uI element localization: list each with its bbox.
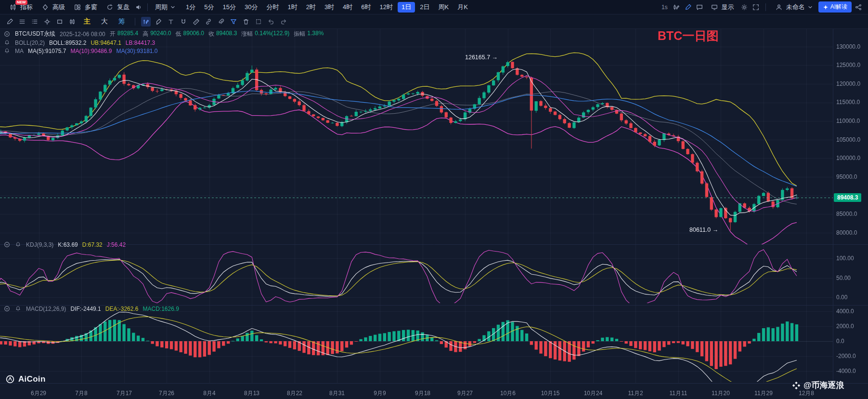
marquee-select-icon[interactable] <box>254 17 263 27</box>
timeframe-1h[interactable]: 1时 <box>284 2 301 13</box>
undo-icon[interactable] <box>266 17 276 27</box>
open-value: 89285.4 <box>117 30 138 38</box>
period-dropdown[interactable]: 周期 <box>152 2 179 12</box>
price-axis-label: 100000.0 <box>836 155 860 161</box>
bell-icon[interactable] <box>15 306 22 312</box>
brush-icon[interactable] <box>154 17 163 27</box>
chart-style-icon[interactable] <box>67 17 77 27</box>
chart-canvas[interactable] <box>0 0 868 399</box>
ma-title[interactable]: MA <box>15 48 24 54</box>
macd-axis-label: -2000.0 <box>836 353 856 359</box>
amplitude-label: 振幅 <box>294 30 305 38</box>
pencil-icon[interactable] <box>683 2 693 12</box>
boll-lb-value: LB:84417.3 <box>126 40 155 46</box>
ohlc-row: BTC/USDT永续 2025-12-06 08:00 开89285.4 高90… <box>4 30 324 38</box>
rect-tool-icon[interactable] <box>55 17 65 27</box>
timeframe-1week[interactable]: 周K <box>435 2 453 13</box>
symbol-name[interactable]: BTC/USDT永续 <box>15 30 55 38</box>
x-axis-label: 10月6 <box>500 389 516 398</box>
ma30-value: MA(30):93181.0 <box>116 48 157 54</box>
kdj-title[interactable]: KDJ(9,3,3) <box>26 241 53 248</box>
macd-dif-value: DIF:-2449.1 <box>70 306 101 312</box>
ma-row: MA MA(5):91075.7 MA(10):90486.9 MA(30):9… <box>4 48 324 54</box>
timeframe-30min[interactable]: 30分 <box>241 2 261 13</box>
crosshair-icon[interactable] <box>42 17 52 27</box>
timeframe-4h[interactable]: 4时 <box>339 2 356 13</box>
kline-draw-icon[interactable] <box>141 17 151 27</box>
redo-icon[interactable] <box>279 17 288 27</box>
timeframe-2day[interactable]: 2日 <box>416 2 433 13</box>
fullscreen-icon[interactable] <box>751 2 761 12</box>
drawing-toolbar: 主 大 筹 <box>0 14 868 29</box>
display-menu[interactable]: 显示 <box>706 2 738 12</box>
close-label: 收 <box>208 30 214 38</box>
price-axis-label: 125000.0 <box>836 62 860 68</box>
template-list-icon[interactable] <box>30 17 39 27</box>
x-axis-label: 10月24 <box>584 389 603 398</box>
price-axis-label: 120000.0 <box>836 80 860 87</box>
open-label: 开 <box>110 30 116 38</box>
timeframe-2h[interactable]: 2时 <box>302 2 320 13</box>
link-icon[interactable] <box>204 17 213 27</box>
change-label: 涨幅 <box>241 30 253 38</box>
indicator-list-icon[interactable] <box>17 17 27 27</box>
timeframe-12h[interactable]: 12时 <box>376 2 397 13</box>
timeframe-15min[interactable]: 15分 <box>219 2 239 13</box>
price-axis-label: 110000.0 <box>836 118 860 124</box>
funnel-filter-icon[interactable] <box>229 17 238 27</box>
macd-axis-label: 4000.0 <box>836 308 854 315</box>
tab-large-chart[interactable]: 大 <box>97 17 112 26</box>
text-tool-icon[interactable] <box>166 17 176 27</box>
timeframe-5min[interactable]: 5分 <box>200 2 218 13</box>
macd-title[interactable]: MACD(12,26,9) <box>26 306 66 312</box>
sound-icon[interactable] <box>134 2 143 12</box>
divider <box>135 18 135 26</box>
boll-title[interactable]: BOLL(20,2) <box>15 40 45 46</box>
ma10-value: MA(10):90486.9 <box>70 48 112 54</box>
ai-analysis-button[interactable]: AI解读 <box>818 1 852 13</box>
indicators-menu[interactable]: 指标 NEW <box>5 2 36 12</box>
profile-menu[interactable]: 未命名 <box>771 2 816 12</box>
kdj-axis-label: 50.00 <box>836 275 851 281</box>
draw-pencil-icon[interactable] <box>5 17 14 27</box>
timeframe-group: 1分 5分 15分 30分 分时 1时 2时 3时 4时 6时 12时 1日 2… <box>182 2 472 13</box>
tab-main-chart[interactable]: 主 <box>80 17 94 26</box>
collapse-chevron-icon[interactable] <box>4 241 11 248</box>
kdj-row: KDJ(9,3,3) K:63.69 D:67.32 J:56.42 <box>4 241 126 248</box>
watermark-text: @币海逐浪 <box>803 380 844 391</box>
gear-icon[interactable] <box>739 2 749 12</box>
bell-icon[interactable] <box>15 241 22 248</box>
share-icon[interactable] <box>854 2 863 12</box>
paperclip-icon[interactable] <box>216 17 226 27</box>
boll-ub-value: UB:94647.1 <box>91 40 121 46</box>
change-value: 0.14%(122.9) <box>255 30 289 38</box>
timeframe-6h[interactable]: 6时 <box>357 2 375 13</box>
timeframe-1min[interactable]: 1分 <box>182 2 199 13</box>
bell-icon[interactable] <box>4 40 11 46</box>
kdj-k-value: K:63.69 <box>58 241 78 248</box>
timeframe-1day-active[interactable]: 1日 <box>398 2 415 13</box>
tab-chip-distribution[interactable]: 筹 <box>115 17 129 26</box>
watermark: @币海逐浪 <box>792 380 844 391</box>
x-axis-label: 6月29 <box>31 389 46 398</box>
x-axis-label: 7月17 <box>117 389 132 398</box>
bell-icon[interactable] <box>4 48 11 54</box>
multi-window-button[interactable]: 多窗 <box>69 2 101 12</box>
replay-button[interactable]: 复盘 <box>102 2 133 12</box>
advanced-menu[interactable]: 高级 <box>37 2 68 12</box>
collapse-chevron-icon[interactable] <box>4 31 11 38</box>
top-toolbar: 指标 NEW 高级 多窗 复盘 周期 1分 5分 15分 30分 分时 1时 2 <box>0 0 868 14</box>
trash-icon[interactable] <box>241 17 251 27</box>
close-value: 89408.3 <box>216 30 237 38</box>
timeframe-1month[interactable]: 月K <box>453 2 472 13</box>
measure-ruler-icon[interactable] <box>191 17 201 27</box>
timeframe-3h[interactable]: 3时 <box>321 2 338 13</box>
timeframe-intraday[interactable]: 分时 <box>262 2 283 13</box>
comment-icon[interactable] <box>695 2 704 12</box>
magnet-icon[interactable] <box>179 17 188 27</box>
collapse-chevron-icon[interactable] <box>4 306 11 312</box>
kline-edit-icon[interactable] <box>672 2 681 12</box>
divider <box>147 3 148 11</box>
x-axis-label: 11月29 <box>754 389 773 398</box>
boll-mb-value: BOLL:89532.2 <box>49 40 86 46</box>
